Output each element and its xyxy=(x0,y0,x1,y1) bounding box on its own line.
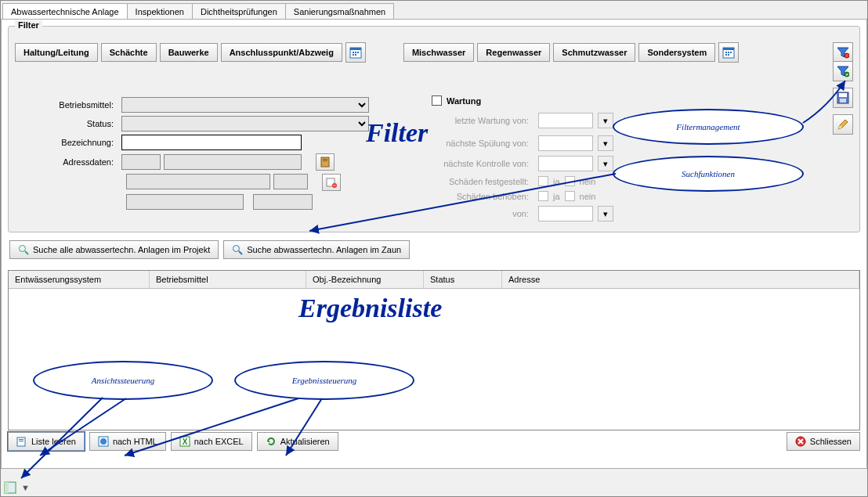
col-adresse[interactable]: Adresse xyxy=(502,271,859,288)
col-betriebsmittel[interactable]: Betriebsmittel xyxy=(150,271,306,288)
lbl-adressdaten: Adressdaten: xyxy=(40,157,118,167)
input-adr6[interactable] xyxy=(253,194,313,210)
filter-management-icon[interactable] xyxy=(833,61,853,81)
svg-point-14 xyxy=(844,53,849,58)
input-letzte-von[interactable] xyxy=(538,113,593,128)
btn-bauwerke[interactable]: Bauwerke xyxy=(160,43,218,62)
input-bezeichnung[interactable] xyxy=(121,135,302,150)
chk-beh-ja[interactable] xyxy=(538,191,548,201)
svg-line-28 xyxy=(25,251,28,254)
btn-haltung[interactable]: Haltung/Leitung xyxy=(15,43,98,62)
svg-text:X: X xyxy=(182,438,187,446)
btn-nach-html-label: nach HTML xyxy=(113,437,157,446)
btn-liste-leeren-label: Liste leeren xyxy=(31,437,76,446)
btn-schliessen[interactable]: Schliessen xyxy=(787,432,860,451)
view-toggle-icon[interactable] xyxy=(2,481,18,495)
svg-rect-8 xyxy=(723,48,734,50)
lbl-naechste-sp: nächste Spülung von: xyxy=(432,139,533,148)
btn-aktualisieren[interactable]: Aktualisieren xyxy=(257,432,338,451)
help-icon[interactable]: ? xyxy=(726,110,747,131)
filter-funnel-icon[interactable] xyxy=(833,42,853,63)
svg-rect-32 xyxy=(19,439,24,440)
btn-search-all[interactable]: Suche alle abwassertechn. Anlagen im Pro… xyxy=(9,240,219,259)
calendar-icon-2[interactable] xyxy=(718,42,739,63)
svg-rect-13 xyxy=(728,54,729,56)
col-entwaesserung[interactable]: Entwässerungssystem xyxy=(9,271,150,288)
btn-nach-excel-label: nach EXCEL xyxy=(194,437,244,446)
svg-rect-15 xyxy=(321,157,329,167)
col-obj[interactable]: Obj.-Bezeichnung xyxy=(306,271,424,288)
lbl-wartung: Wartung xyxy=(447,96,481,106)
svg-point-29 xyxy=(233,246,240,252)
btn-nach-excel[interactable]: X nach EXCEL xyxy=(171,432,252,451)
input-naechste-ko-von[interactable] xyxy=(538,156,593,171)
svg-rect-16 xyxy=(323,159,327,160)
btn-mischwasser[interactable]: Mischwasser xyxy=(403,43,474,62)
combo-status[interactable] xyxy=(121,116,369,131)
cal-icon[interactable]: ▾ xyxy=(598,156,613,171)
svg-point-27 xyxy=(20,246,26,252)
save-icon[interactable] xyxy=(833,88,853,108)
tab-bar: Abwassertechnische Anlage Inspektionen D… xyxy=(1,1,867,20)
dropdown-arrow-icon[interactable]: ▼ xyxy=(21,483,30,492)
lbl-letzte-von: letzte Wartung von: xyxy=(432,116,533,125)
input-adr1[interactable] xyxy=(121,154,161,170)
book-icon[interactable] xyxy=(316,153,335,171)
tab-abwasser[interactable]: Abwassertechnische Anlage xyxy=(2,3,128,20)
tab-dichtheit[interactable]: Dichtheitsprüfungen xyxy=(192,3,286,20)
tab-sanierung[interactable]: Sanierungsmaßnahmen xyxy=(285,3,394,20)
svg-rect-1 xyxy=(350,48,361,50)
input-naechste-sp-von[interactable] xyxy=(538,135,593,151)
svg-line-30 xyxy=(239,251,242,254)
combo-betriebsmittel[interactable] xyxy=(121,97,369,113)
chk-wartung[interactable] xyxy=(432,95,442,106)
chk-beh-nein[interactable] xyxy=(565,191,575,201)
svg-rect-25 xyxy=(839,93,847,97)
svg-rect-12 xyxy=(725,54,727,56)
svg-rect-10 xyxy=(728,52,729,53)
bottom-tools: ▼ xyxy=(2,481,30,495)
lbl-bezeichnung: Bezeichnung: xyxy=(40,138,118,147)
lbl-sch-fest: Schäden festgestellt: xyxy=(432,177,533,186)
cal-icon[interactable]: ▾ xyxy=(598,206,613,221)
svg-rect-4 xyxy=(357,52,359,53)
chk-fest-nein[interactable] xyxy=(565,176,575,186)
input-adr3[interactable] xyxy=(126,174,270,189)
svg-rect-20 xyxy=(334,185,336,186)
btn-regenwasser[interactable]: Regenwasser xyxy=(477,43,550,62)
delete-address-icon[interactable] xyxy=(322,174,341,191)
lbl-betriebsmittel: Betriebsmittel: xyxy=(40,100,118,110)
btn-schaechte[interactable]: Schächte xyxy=(101,43,157,62)
calendar-icon[interactable] xyxy=(345,42,366,63)
svg-rect-9 xyxy=(725,52,727,53)
btn-search-all-label: Suche alle abwassertechn. Anlagen im Pro… xyxy=(33,245,210,254)
input-adr4[interactable] xyxy=(273,174,308,189)
input-letzte-bis[interactable] xyxy=(646,113,701,128)
svg-text:?: ? xyxy=(734,116,740,125)
input-sch-von[interactable] xyxy=(538,206,593,221)
cal-icon[interactable]: ▾ xyxy=(706,113,722,128)
pencil-icon[interactable] xyxy=(833,114,853,135)
svg-rect-42 xyxy=(5,482,9,493)
btn-search-zaun[interactable]: Suche abwassertechn. Anlagen im Zaun xyxy=(223,240,410,259)
svg-rect-6 xyxy=(355,54,356,56)
svg-rect-26 xyxy=(840,99,846,103)
lbl-ja: ja xyxy=(553,177,560,186)
filter-group: Filter Haltung/Leitung Schächte Bauwerke… xyxy=(8,26,860,232)
btn-search-zaun-label: Suche abwassertechn. Anlagen im Zaun xyxy=(247,245,401,254)
lbl-ja2: ja xyxy=(553,192,560,201)
btn-nach-html[interactable]: nach HTML xyxy=(89,432,166,451)
col-status[interactable]: Status xyxy=(424,271,502,288)
input-adr5[interactable] xyxy=(126,194,244,210)
cal-icon[interactable]: ▾ xyxy=(598,113,613,128)
input-adr2[interactable] xyxy=(164,154,302,170)
btn-anschluss[interactable]: Anschlusspunkt/Abzweig xyxy=(221,43,342,62)
chk-fest-ja[interactable] xyxy=(538,176,548,186)
results-table[interactable]: Entwässerungssystem Betriebsmittel Obj.-… xyxy=(8,270,860,430)
btn-schmutzwasser[interactable]: Schmutzwasser xyxy=(553,43,635,62)
btn-sondersystem[interactable]: Sondersystem xyxy=(638,43,715,62)
cal-icon[interactable]: ▾ xyxy=(598,135,613,151)
btn-liste-leeren[interactable]: Liste leeren xyxy=(8,432,85,451)
tab-inspektionen[interactable]: Inspektionen xyxy=(127,3,193,20)
svg-rect-2 xyxy=(353,52,354,53)
